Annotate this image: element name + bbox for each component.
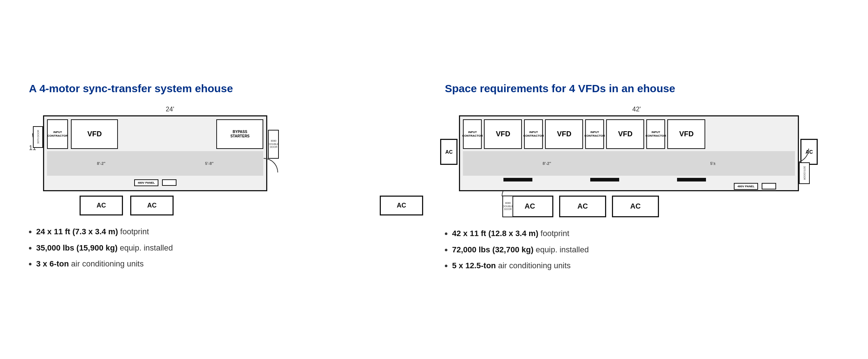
left-bullet-3-normal: air conditioning units [71, 259, 144, 268]
left-panel-label: 480V PANEL [134, 179, 158, 186]
right-ac-2: AC [559, 196, 606, 217]
left-plan-wrapper: 3070 DOOR INPUTCONTRACTOR VFD BYPASSSTAR… [43, 115, 267, 191]
vfd-r2: VFD [545, 119, 583, 149]
left-floor-plan: INPUTCONTRACTOR VFD BYPASSSTARTERS 8'-2"… [43, 115, 267, 191]
right-title: Space requirements for 4 VFDs in an ehou… [445, 82, 839, 95]
black-rect-1 [503, 178, 532, 181]
right-bullet-1: 42 x 11 ft (12.8 x 3.4 m) footprint [452, 228, 839, 239]
input-contractor-r1: INPUTCONTRACTOR [463, 119, 482, 149]
right-panel-box2 [762, 183, 776, 189]
black-rects [460, 178, 798, 181]
left-bullet-1: 24 x 11 ft (7.3 x 3.4 m) footprint [36, 226, 423, 238]
left-bullet-2: 35,000 lbs (15,900 kg) equip. installed [36, 243, 423, 254]
double-door-right: 8080DOUBLEDOOR [268, 130, 279, 159]
vfd-r1: VFD [484, 119, 522, 149]
left-ac-row: AC AC AC [58, 196, 423, 215]
double-door-bottom-label: 8080DOUBLEDOOR [503, 202, 513, 211]
right-equipment-row: INPUTCONTRACTOR VFD INPUTCONTRACTOR VFD … [460, 116, 798, 149]
left-walkway: 8'-2" 5'-8" [47, 151, 263, 176]
right-bullets: 42 x 11 ft (12.8 x 3.4 m) footprint 72,0… [445, 228, 839, 272]
right-panel-label: 480V PANEL [734, 183, 758, 190]
right-bullet-3-bold: 5 x 12.5-ton [452, 261, 496, 270]
left-bullet-1-normal: footprint [120, 227, 149, 236]
door-arc-right [264, 158, 278, 172]
left-bullet-1-bold: 24 x 11 ft (7.3 x 3.4 m) [36, 227, 118, 236]
right-plan-wrapper: AC AC 8080DOUBLEDOOR 3070 DOOR I [459, 115, 799, 191]
right-ac-1: AC [506, 196, 553, 217]
left-section: A 4-motor sync-transfer system ehouse 24… [29, 82, 423, 277]
left-bullet-2-bold: 35,000 lbs (15,900 kg) [36, 243, 118, 252]
panel-box2 [162, 179, 176, 186]
right-floor-plan: INPUTCONTRACTOR VFD INPUTCONTRACTOR VFD … [459, 115, 799, 191]
right-dim-top: 42' [467, 106, 807, 113]
double-door-label: 8080DOUBLEDOOR [268, 140, 279, 149]
right-walkway-dim1: 8'-2" [542, 161, 551, 166]
right-panel-row: 480V PANEL [460, 182, 798, 191]
bypass-starters: BYPASSSTARTERS [216, 119, 263, 149]
double-door-bottom: 8080DOUBLEDOOR [502, 196, 513, 217]
left-bullets: 24 x 11 ft (7.3 x 3.4 m) footprint 35,00… [29, 226, 423, 270]
input-contractor-r2: INPUTCONTRACTOR [524, 119, 543, 149]
right-walkway: 8'-2" 5'± [463, 151, 795, 176]
right-bullet-2-bold: 72,000 lbs (32,700 kg) [452, 245, 533, 254]
input-contractor-r3: INPUTCONTRACTOR [585, 119, 604, 149]
right-bullet-1-normal: footprint [541, 229, 570, 238]
left-panel-row: 480V PANEL [44, 178, 266, 188]
right-plan-row: 11' AC AC 8080DOUBLEDOOR 3070 DOOR [445, 115, 839, 191]
right-bullet-2-normal: equip. installed [536, 245, 589, 254]
left-title: A 4-motor sync-transfer system ehouse [29, 82, 423, 95]
right-bullet-3-normal: air conditioning units [498, 261, 571, 270]
door-label-left: 3070 DOOR [37, 130, 39, 144]
page-container: A 4-motor sync-transfer system ehouse 24… [0, 61, 868, 298]
left-ac-2: AC [130, 196, 174, 215]
left-walkway-dim1: 8'-2" [97, 161, 106, 166]
right-bullet-2: 72,000 lbs (32,700 kg) equip. installed [452, 244, 839, 256]
left-dim-top: 24' [58, 106, 282, 113]
input-contractor-left: INPUTCONTRACTOR [47, 119, 68, 149]
right-bullet-1-bold: 42 x 11 ft (12.8 x 3.4 m) [452, 229, 538, 238]
left-walkway-dim2: 5'-8" [205, 161, 214, 166]
door-right-label: 3070 DOOR [803, 166, 806, 180]
right-bullet-3: 5 x 12.5-ton air conditioning units [452, 260, 839, 272]
black-rect-2 [590, 178, 619, 181]
right-walkway-dim2: 5'± [710, 161, 716, 166]
left-bullet-3-bold: 3 x 6-ton [36, 259, 69, 268]
left-bullet-2-normal: equip. installed [120, 243, 173, 252]
left-plan-row: 11' 3070 DOOR INPUTCONTRACTOR VFD BYPASS… [29, 115, 423, 191]
left-bullet-3: 3 x 6-ton air conditioning units [36, 258, 423, 270]
vfd-r3: VFD [606, 119, 644, 149]
input-contractor-r4: INPUTCONTRACTOR [646, 119, 665, 149]
door-box-left: 3070 DOOR [33, 126, 43, 148]
left-ac-1: AC [80, 196, 123, 215]
left-ac-3: AC [380, 196, 423, 215]
right-section: Space requirements for 4 VFDs in an ehou… [445, 82, 839, 277]
ac-side-left: AC [440, 139, 458, 165]
vfd-r4: VFD [667, 119, 705, 149]
left-equipment-row: INPUTCONTRACTOR VFD BYPASSSTARTERS [44, 116, 266, 149]
door-right-bottom: 3070 DOOR [799, 162, 810, 184]
black-rect-3 [677, 178, 706, 181]
vfd-left: VFD [71, 119, 118, 149]
right-ac-3: AC [612, 196, 659, 217]
